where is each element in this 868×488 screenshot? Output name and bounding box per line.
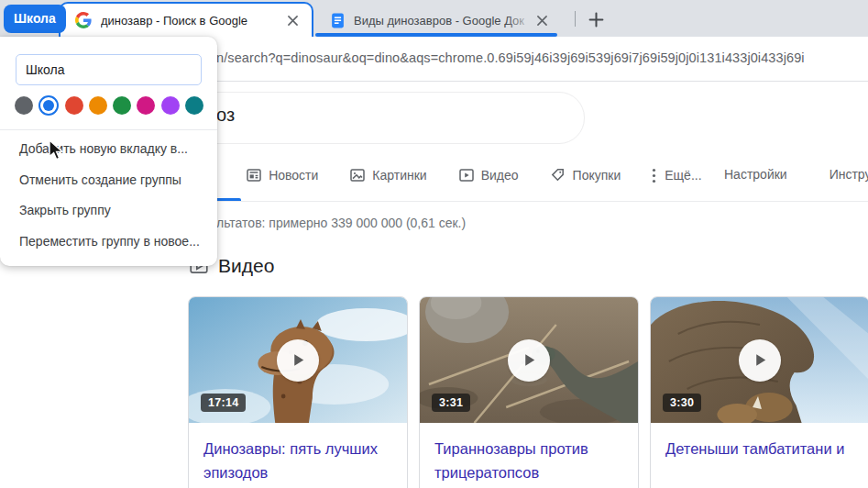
- play-button-icon[interactable]: [739, 339, 781, 382]
- shopping-icon: [550, 167, 566, 183]
- play-button-icon[interactable]: [277, 339, 319, 382]
- video-thumbnail[interactable]: 17:14: [189, 297, 407, 423]
- tab-group-popup: Добавить новую вкладку в... Отменить соз…: [0, 37, 217, 266]
- play-button-icon[interactable]: [508, 339, 550, 382]
- video-title-link[interactable]: Тираннозавры против трицератопсов: [420, 423, 638, 484]
- popup-menu: Добавить новую вкладку в... Отменить соз…: [0, 134, 217, 257]
- tab-title: Виды динозавров - Google Док: [354, 14, 532, 28]
- group-color-orange[interactable]: [89, 96, 107, 115]
- settings-link[interactable]: Настройки: [724, 167, 787, 182]
- nav-tab-images[interactable]: Картинки: [349, 167, 426, 183]
- tab-close-icon[interactable]: [532, 10, 552, 30]
- mouse-cursor-icon: [46, 139, 66, 165]
- menu-item-close-group[interactable]: Закрыть группу: [0, 195, 217, 227]
- video-title-link[interactable]: Динозавры: пять лучших эпизодов: [189, 423, 407, 484]
- video-icon: [458, 167, 475, 183]
- video-card[interactable]: 17:14 Динозавры: пять лучших эпизодов: [188, 296, 408, 488]
- news-icon: [246, 167, 262, 183]
- nav-tab-shopping[interactable]: Покупки: [550, 167, 621, 183]
- group-color-cyan[interactable]: [185, 96, 203, 115]
- video-duration-badge: 3:30: [663, 394, 701, 412]
- video-title-link[interactable]: Детеныши тамбатитани и: [651, 423, 868, 460]
- group-color-pink[interactable]: [137, 96, 155, 115]
- group-name-input[interactable]: [16, 54, 202, 85]
- tab-dinosaur-docs[interactable]: Виды динозавров - Google Док: [317, 6, 557, 35]
- tab-dinosaur-search[interactable]: динозавр - Поиск в Google: [59, 2, 313, 37]
- more-icon: [652, 168, 656, 183]
- group-color-red[interactable]: [65, 96, 83, 115]
- nav-label: Ещё...: [665, 168, 701, 183]
- nav-tab-more[interactable]: Ещё...: [652, 168, 701, 183]
- results-nav: Все Новости: [192, 167, 702, 183]
- tab-divider: [575, 11, 576, 27]
- nav-label: Новости: [269, 168, 318, 183]
- video-thumbnail[interactable]: 3:30: [651, 297, 868, 423]
- images-icon: [349, 167, 366, 183]
- nav-label: Видео: [481, 168, 519, 183]
- selected-dot: [43, 100, 54, 111]
- tools-link[interactable]: Инструменты: [830, 167, 868, 182]
- group-color-purple[interactable]: [161, 96, 180, 115]
- menu-item-move-group[interactable]: Переместить группу в новое...: [0, 227, 217, 258]
- results-nav-right: Настройки Инструменты: [724, 167, 868, 182]
- video-thumbnail[interactable]: 3:31: [420, 297, 638, 423]
- video-results-row: 17:14 Динозавры: пять лучших эпизодов: [188, 296, 868, 488]
- menu-item-add-tab[interactable]: Добавить новую вкладку в...: [0, 134, 217, 165]
- tab-group-underline: [315, 33, 557, 37]
- menu-item-ungroup[interactable]: Отменить создание группы: [0, 165, 217, 196]
- videos-section-title: Видео: [218, 255, 274, 277]
- video-card[interactable]: 3:30 Детеныши тамбатитани и: [650, 296, 868, 488]
- group-color-green[interactable]: [113, 96, 131, 115]
- video-duration-badge: 3:31: [432, 394, 470, 412]
- video-card[interactable]: 3:31 Тираннозавры против трицератопсов: [419, 296, 639, 488]
- group-color-blue-selected[interactable]: [38, 95, 59, 116]
- nav-label: Картинки: [372, 168, 426, 183]
- nav-tab-news[interactable]: Новости: [246, 167, 318, 183]
- group-color-grey[interactable]: [15, 96, 33, 115]
- search-query-text: оз: [216, 105, 235, 126]
- tab-strip: Школа динозавр - Поиск в Google: [0, 0, 868, 37]
- google-docs-icon: [330, 13, 346, 28]
- google-favicon-icon: [75, 12, 92, 28]
- tab-close-icon[interactable]: [282, 10, 302, 30]
- results-stats: льтатов: примерно 339 000 000 (0,61 сек.…: [216, 216, 466, 230]
- tab-title: динозавр - Поиск в Google: [101, 14, 282, 28]
- video-duration-badge: 17:14: [201, 394, 246, 412]
- browser-window: Школа динозавр - Поиск в Google: [0, 0, 868, 488]
- title-fade: [506, 13, 533, 33]
- popup-divider: [0, 129, 217, 130]
- nav-label: Покупки: [573, 168, 621, 183]
- nav-tab-video[interactable]: Видео: [458, 167, 519, 183]
- new-tab-button[interactable]: [585, 8, 607, 30]
- group-color-picker: [15, 95, 203, 116]
- url-text: n/search?q=dinosaur&oq=dino&aqs=chrome.0…: [216, 50, 805, 65]
- tab-group-chip[interactable]: Школа: [4, 5, 66, 33]
